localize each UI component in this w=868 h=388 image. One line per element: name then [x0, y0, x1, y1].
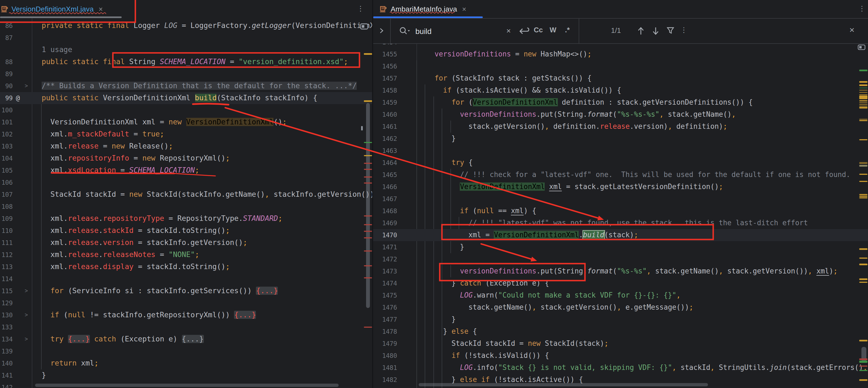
code-line-1479[interactable]: 1479 StackId stackId = new StackId(stack… — [373, 337, 868, 350]
stripe-mark-yellow — [364, 155, 372, 156]
code-line-113[interactable]: 113 xml.release.display = stackId.toStri… — [0, 261, 372, 273]
code-line-inlay[interactable]: 1 usage — [0, 44, 372, 56]
code-line-115[interactable]: 115> for (ServiceInfo si : stackInfo.get… — [0, 285, 372, 297]
code-line-1468[interactable]: 1468 if (null == xml) { — [373, 205, 868, 217]
fold-chevron-icon[interactable]: > — [25, 285, 28, 297]
vertical-scrollbar-left[interactable] — [366, 103, 370, 308]
inspections-widget-icon-left[interactable] — [360, 23, 369, 30]
code-line-133[interactable]: 133 — [0, 321, 372, 333]
editor-menu-icon-right[interactable]: ⋮ — [857, 4, 867, 14]
clear-search-icon[interactable]: × — [506, 26, 511, 35]
stripe-mark-yellow — [859, 107, 867, 108]
pane-splitter[interactable] — [372, 0, 373, 388]
fold-chevron-icon[interactable]: > — [25, 80, 28, 92]
fold-chevron-icon[interactable]: > — [25, 333, 28, 345]
tab-close-icon-right[interactable]: × — [462, 5, 466, 12]
code-line-99[interactable]: 99@public static VersionDefinitionXml bu… — [0, 92, 372, 104]
code-line-1472[interactable]: 1472 — [373, 253, 868, 265]
search-icon[interactable] — [399, 26, 411, 36]
code-line-103[interactable]: 103 xml.release = new Release(); — [0, 140, 372, 152]
code-text: // !!! check for a "latest-vdf" one. Thi… — [417, 169, 850, 181]
stripe-mark-yellow — [859, 379, 867, 381]
editor-right[interactable]: 14541455 versionDefinitions = new HashMa… — [373, 43, 868, 388]
code-line-108[interactable]: 108 — [0, 201, 372, 213]
code-line-1470[interactable]: 1470 xml = VersionDefinitionXml.build(st… — [373, 229, 868, 241]
code-line-1476[interactable]: 1476 stack.getName(), stack.getVersion()… — [373, 301, 868, 314]
new-line-icon[interactable] — [518, 26, 531, 37]
code-line-1456[interactable]: 1456 — [373, 60, 868, 72]
code-line-89[interactable]: 89 — [0, 68, 372, 80]
code-line-1477[interactable]: 1477 } — [373, 314, 868, 326]
stripe-mark-red — [364, 231, 372, 232]
code-line-109[interactable]: 109 xml.release.repositoryType = Reposit… — [0, 213, 372, 225]
close-find-bar-icon[interactable]: × — [849, 25, 855, 35]
code-line-129[interactable]: 129 — [0, 297, 372, 309]
code-line-114[interactable]: 114 — [0, 273, 372, 285]
code-line-139[interactable]: 139 — [0, 345, 372, 357]
annotation-gutter-icon[interactable]: @ — [16, 92, 20, 104]
tab-versiondefinitionxml[interactable]: VersionDefinitionXml.java × — [1, 0, 103, 18]
find-options-menu-icon[interactable]: ⋮ — [679, 25, 689, 35]
filter-icon[interactable] — [666, 26, 675, 34]
code-line-1461[interactable]: 1461 stack.getVersion(), definition.rele… — [373, 121, 868, 132]
find-bar: × Cc W .* 1/1 ⋮ × — [373, 18, 868, 44]
code-line-105[interactable]: 105 xml.xsdLocation = SCHEMA_LOCATION; — [0, 165, 372, 176]
code-line-1464[interactable]: 1464 try { — [373, 157, 868, 169]
regex-toggle[interactable]: .* — [565, 26, 569, 34]
code-line-1460[interactable]: 1460 versionDefinitions.put(String.forma… — [373, 109, 868, 121]
code-line-107[interactable]: 107 StackId stackId = new StackId(stackI… — [0, 188, 372, 201]
code-line-1474[interactable]: 1474 } catch (Exception e) { — [373, 277, 868, 289]
tab-ambarimetainfo[interactable]: AmbariMetaInfo.java × — [379, 0, 466, 18]
code-line-1457[interactable]: 1457 for (StackInfo stack : getStacks())… — [373, 72, 868, 84]
code-line-1459[interactable]: 1459 for (VersionDefinitionXml definitio… — [373, 96, 868, 109]
code-line-86[interactable]: 86private static final Logger LOG = Logg… — [0, 20, 372, 32]
stripe-mark-red — [364, 265, 372, 266]
code-line-106[interactable]: 106 — [0, 176, 372, 188]
next-match-icon[interactable] — [652, 26, 659, 35]
code-line-1480[interactable]: 1480 if (!stack.isValid()) { — [373, 350, 868, 362]
code-line-101[interactable]: 101 VersionDefinitionXml xml = new Versi… — [0, 116, 372, 128]
editor-left[interactable]: 86private static final Logger LOG = Logg… — [0, 18, 372, 388]
match-case-toggle[interactable]: Cc — [534, 26, 543, 34]
tab-title-left: VersionDefinitionXml.java — [11, 5, 94, 13]
code-text: 1 usage — [42, 44, 72, 56]
code-line-87[interactable]: 87 — [0, 32, 372, 44]
code-line-112[interactable]: 112 xml.release.releaseNotes = "NONE"; — [0, 249, 372, 261]
code-line-141[interactable]: 141} — [0, 369, 372, 381]
code-line-1473[interactable]: 1473 versionDefinitions.put(String.forma… — [373, 265, 868, 277]
horizontal-scrollbar-right[interactable] — [418, 383, 708, 386]
code-line-90[interactable]: 90>/** Builds a Version Definition that … — [0, 80, 372, 92]
code-line-1469[interactable]: 1469 // !!! "latest-vdf" was not found, … — [373, 217, 868, 229]
code-line-134[interactable]: 134> try {...} catch (Exception e) {...} — [0, 333, 372, 345]
line-number: 108 — [0, 201, 12, 213]
code-line-1455[interactable]: 1455 versionDefinitions = new HashMap<>(… — [373, 48, 868, 60]
code-line-1478[interactable]: 1478 } else { — [373, 326, 868, 337]
code-line-1466[interactable]: 1466 VersionDefinitionXml xml = stack.ge… — [373, 181, 868, 193]
code-line-110[interactable]: 110 xml.release.stackId = stackId.toStri… — [0, 225, 372, 237]
code-line-100[interactable]: 100 — [0, 104, 372, 116]
previous-match-icon[interactable] — [637, 26, 644, 35]
code-line-1462[interactable]: 1462 } — [373, 132, 868, 145]
code-line-102[interactable]: 102 xml.m_stackDefault = true; — [0, 128, 372, 140]
line-number: 111 — [0, 237, 12, 249]
code-text: StackId stackId = new StackId(stackInfo.… — [42, 188, 372, 201]
code-line-1467[interactable]: 1467 — [373, 193, 868, 205]
code-line-88[interactable]: 88public static final String SCHEMA_LOCA… — [0, 56, 372, 68]
editor-menu-icon-left[interactable]: ⋮ — [355, 4, 366, 14]
tab-close-icon-left[interactable]: × — [99, 5, 103, 12]
code-line-130[interactable]: 130> if (null != stackInfo.getRepository… — [0, 309, 372, 321]
horizontal-scrollbar-left[interactable] — [35, 384, 339, 387]
code-line-1475[interactable]: 1475 LOG.warn("Could not make a stack VD… — [373, 289, 868, 301]
code-line-140[interactable]: 140 return xml; — [0, 357, 372, 369]
code-line-111[interactable]: 111 xml.release.version = stackInfo.getV… — [0, 237, 372, 249]
code-line-1458[interactable]: 1458 if (stack.isActive() && stack.isVal… — [373, 84, 868, 96]
words-toggle[interactable]: W — [550, 26, 556, 34]
code-line-104[interactable]: 104 xml.repositoryInfo = new RepositoryX… — [0, 152, 372, 165]
expand-replace-chevron-icon[interactable] — [378, 27, 385, 34]
code-line-1465[interactable]: 1465 // !!! check for a "latest-vdf" one… — [373, 169, 868, 181]
code-line-1471[interactable]: 1471 } — [373, 241, 868, 253]
inspections-widget-icon-right[interactable] — [858, 44, 866, 51]
code-line-1481[interactable]: 1481 LOG.info("Stack {} is not valid, sk… — [373, 362, 868, 374]
code-line-1463[interactable]: 1463 — [373, 145, 868, 157]
fold-chevron-icon[interactable]: > — [25, 309, 28, 321]
